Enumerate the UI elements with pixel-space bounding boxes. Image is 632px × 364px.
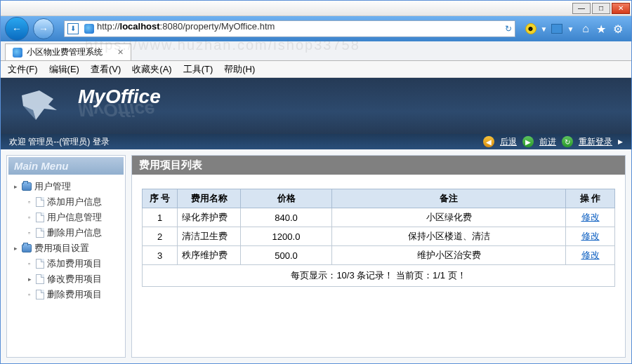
cell-remark: 保持小区楼道、清洁 xyxy=(332,227,566,246)
tree-item[interactable]: ▫用户信息管理 xyxy=(28,210,121,225)
tree-item[interactable]: ▫删除费用项目 xyxy=(28,287,121,302)
tab-favicon xyxy=(13,48,22,58)
tab-title: 小区物业费管理系统 xyxy=(27,46,103,58)
folder-icon xyxy=(22,182,32,191)
relogin-chevron-icon[interactable]: ▶ xyxy=(618,138,623,145)
relogin-icon: ↻ xyxy=(562,136,573,147)
cell-price: 840.0 xyxy=(241,208,332,227)
page-icon xyxy=(36,197,44,207)
page-icon xyxy=(36,274,44,284)
col-price: 价格 xyxy=(241,189,332,208)
address-bar[interactable]: ⬇ http://localhost:8080/property/MyOffic… xyxy=(64,20,515,37)
page-title: 费用项目列表 xyxy=(132,156,625,175)
page-icon xyxy=(36,259,44,269)
menu-bar: 文件(F) 编辑(E) 查看(V) 收藏夹(A) 工具(T) 帮助(H) xyxy=(1,61,631,78)
sidebar-title: Main Menu xyxy=(8,157,124,175)
favorites-icon[interactable]: ★ xyxy=(596,22,606,36)
col-no: 序 号 xyxy=(143,189,178,208)
tree-item[interactable]: ▸修改费用项目 xyxy=(28,271,121,287)
security-shield-icon[interactable]: ⬇ xyxy=(67,23,79,34)
cell-remark: 小区绿化费 xyxy=(332,208,566,227)
folder-icon xyxy=(22,244,32,252)
table-row: 3 秩序维护费 500.0 维护小区治安费 修改 xyxy=(143,246,615,265)
pager-text: 每页显示：10/3 条记录！ 当前页：1/1 页！ xyxy=(142,265,615,287)
menu-help[interactable]: 帮助(H) xyxy=(224,63,255,76)
nav-tree: ▸ 用户管理 ▫添加用户信息 ▫用户信息管理 ▫删除用户信息 ▸ 费用项目设置 … xyxy=(8,175,124,306)
cell-price: 500.0 xyxy=(241,246,332,265)
tree-toggle-icon[interactable]: ▸ xyxy=(14,245,19,252)
refresh-icon[interactable]: ↻ xyxy=(505,24,512,34)
window-maximize-button[interactable]: □ xyxy=(592,3,610,14)
cell-name: 清洁卫生费 xyxy=(178,227,241,246)
bullet-icon: ▫ xyxy=(28,229,33,236)
browser-tab[interactable]: 小区物业费管理系统 ✕ xyxy=(5,43,131,60)
browser-forward-button[interactable]: → xyxy=(33,18,54,39)
edit-link[interactable]: 修改 xyxy=(581,250,600,260)
picture-icon[interactable] xyxy=(551,24,562,34)
main-panel: 费用项目列表 序 号 费用名称 价格 备注 操 作 1 绿化养护费 840.0 … xyxy=(131,155,626,358)
edit-link[interactable]: 修改 xyxy=(581,231,600,241)
menu-view[interactable]: 查看(V) xyxy=(91,63,121,76)
app-header: MyOffice MyOffice xyxy=(1,78,631,134)
tree-group-label: 用户管理 xyxy=(34,180,71,193)
bullet-icon: ▫ xyxy=(28,260,33,267)
tree-item-label: 删除用户信息 xyxy=(47,227,102,239)
menu-tools[interactable]: 工具(T) xyxy=(183,63,213,76)
cell-price: 1200.0 xyxy=(241,227,332,246)
bullet-icon: ▫ xyxy=(28,291,33,298)
cell-remark: 维护小区治安费 xyxy=(332,246,566,265)
tree-item-label: 添加费用项目 xyxy=(47,257,102,270)
col-op: 操 作 xyxy=(566,189,615,208)
tree-group-label: 费用项目设置 xyxy=(34,242,89,255)
tree-item[interactable]: ▫添加费用项目 xyxy=(28,256,121,271)
col-remark: 备注 xyxy=(332,189,566,208)
tree-toggle-icon[interactable]: ▸ xyxy=(14,183,19,190)
page-icon xyxy=(36,228,44,238)
fee-table: 序 号 费用名称 价格 备注 操 作 1 绿化养护费 840.0 小区绿化费 修… xyxy=(142,189,615,265)
sidebar: Main Menu ▸ 用户管理 ▫添加用户信息 ▫用户信息管理 ▫删除用户信息… xyxy=(6,155,126,358)
home-icon[interactable]: ⌂ xyxy=(582,22,589,35)
cell-name: 绿化养护费 xyxy=(178,208,241,227)
tree-item-label: 添加用户信息 xyxy=(47,196,102,208)
tree-item-label: 修改费用项目 xyxy=(47,273,102,285)
cell-name: 秩序维护费 xyxy=(178,246,241,265)
window-close-button[interactable]: ✕ xyxy=(612,3,630,14)
relogin-link[interactable]: 重新登录 xyxy=(579,136,612,148)
logo-bird-icon xyxy=(15,85,71,127)
table-row: 1 绿化养护费 840.0 小区绿化费 修改 xyxy=(143,208,615,227)
nav-forward-icon: ▶ xyxy=(522,136,534,147)
url-text[interactable]: http://localhost:8080/property/MyOffice.… xyxy=(97,21,502,36)
page-icon xyxy=(36,213,44,222)
menu-favorites[interactable]: 收藏夹(A) xyxy=(132,63,171,76)
tree-item[interactable]: ▫删除用户信息 xyxy=(28,225,121,241)
dropdown-icon[interactable]: ▼ xyxy=(541,25,548,33)
tree-item-label: 用户信息管理 xyxy=(47,211,102,224)
cell-no: 1 xyxy=(143,208,178,227)
nav-back-icon: ◀ xyxy=(483,136,494,147)
page-icon xyxy=(36,290,44,299)
cell-no: 2 xyxy=(143,227,178,246)
tree-group-fees[interactable]: ▸ 费用项目设置 xyxy=(14,241,121,256)
smiley-icon[interactable]: ☻ xyxy=(525,23,536,34)
browser-back-button[interactable]: ← xyxy=(5,17,29,41)
nav-back-link[interactable]: 后退 xyxy=(500,136,517,148)
tree-group-users[interactable]: ▸ 用户管理 xyxy=(14,179,121,194)
edit-link[interactable]: 修改 xyxy=(581,212,600,222)
tab-close-icon[interactable]: ✕ xyxy=(117,48,124,57)
tree-item-label: 删除费用项目 xyxy=(47,288,102,301)
welcome-text: 欢迎 管理员--(管理员) 登录 xyxy=(9,136,110,148)
tree-toggle-icon[interactable]: ▸ xyxy=(28,276,33,283)
dropdown-icon-2[interactable]: ▼ xyxy=(567,25,574,33)
tree-item[interactable]: ▫添加用户信息 xyxy=(28,194,121,210)
window-minimize-button[interactable]: — xyxy=(572,3,591,14)
bullet-icon: ▫ xyxy=(28,214,33,221)
settings-gear-icon[interactable]: ⚙ xyxy=(613,22,623,36)
menu-edit[interactable]: 编辑(E) xyxy=(49,63,79,76)
col-name: 费用名称 xyxy=(178,189,241,208)
bullet-icon: ▫ xyxy=(28,198,33,205)
menu-file[interactable]: 文件(F) xyxy=(8,63,38,76)
ie-icon xyxy=(84,24,94,34)
cell-no: 3 xyxy=(143,246,178,265)
table-row: 2 清洁卫生费 1200.0 保持小区楼道、清洁 修改 xyxy=(143,227,615,246)
nav-forward-link[interactable]: 前进 xyxy=(539,136,556,148)
